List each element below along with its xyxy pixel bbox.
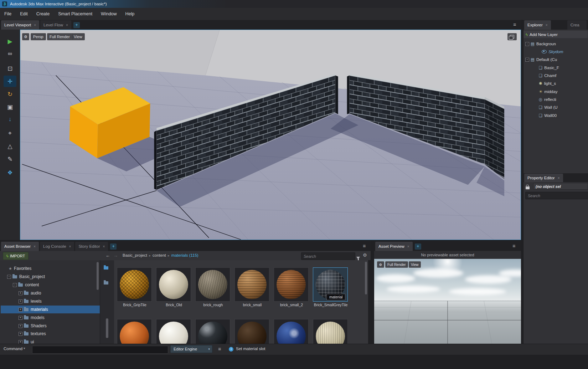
camera-mode-button[interactable]: Persp	[31, 33, 46, 40]
command-label[interactable]: Command	[4, 347, 22, 351]
folder-icon[interactable]	[104, 266, 108, 270]
asset-tile[interactable]	[234, 319, 270, 344]
explorer-row-wall[interactable]: ❑ Wall (U	[523, 103, 588, 111]
menu-file[interactable]: File	[0, 8, 16, 20]
close-icon[interactable]: ×	[558, 176, 560, 180]
import-button[interactable]: ϟ IMPORT	[3, 252, 29, 260]
folder-tree-icon[interactable]	[104, 281, 108, 285]
menu-smart-placement[interactable]: Smart Placement	[54, 8, 97, 20]
asset-preview-menu-icon[interactable]: ≡	[512, 243, 515, 249]
paint-tool-button[interactable]: ✎	[4, 153, 16, 165]
tab-create-partial[interactable]: Crea	[567, 20, 587, 30]
close-icon[interactable]: ×	[69, 245, 71, 248]
collapse-icon[interactable]: −	[13, 283, 17, 287]
asset-tile-selected[interactable]: Brick_SmallGreyTile	[313, 267, 349, 307]
explorer-row-midday[interactable]: ☀ midday	[523, 88, 588, 96]
asset-search-input[interactable]	[301, 252, 355, 260]
add-tab-button[interactable]: +	[110, 244, 117, 250]
prefab-tool-button[interactable]: ❖	[4, 167, 16, 178]
tab-asset-preview[interactable]: Asset Preview ×	[375, 242, 413, 251]
engine-select[interactable]: Editor Engine ▾	[170, 345, 212, 353]
breadcrumb-project[interactable]: Basic_project	[123, 253, 147, 257]
breadcrumb-content[interactable]: content	[153, 253, 166, 257]
expand-icon[interactable]: +	[19, 308, 22, 312]
tab-log-console[interactable]: Log Console ×	[40, 242, 74, 251]
tree-item-materials[interactable]: + materials	[1, 306, 100, 313]
explorer-row-background[interactable]: − ▤ Backgroun	[523, 40, 588, 48]
tree-item-ui[interactable]: + ui	[1, 338, 100, 344]
explorer-row-skydome[interactable]: Skydom	[523, 48, 588, 56]
expand-icon[interactable]: +	[19, 332, 22, 336]
asset-tile[interactable]: brick_small_2	[274, 267, 309, 307]
selected-object-field[interactable]: (no object sel	[533, 183, 588, 190]
property-search-input[interactable]	[525, 192, 588, 199]
asset-tile[interactable]	[156, 319, 192, 344]
asset-tile[interactable]: brick_small	[234, 267, 270, 307]
asset-tile[interactable]	[195, 319, 231, 344]
drop-to-ground-button[interactable]: ↓	[4, 114, 16, 125]
tree-item-content[interactable]: − content	[1, 281, 100, 289]
expand-icon[interactable]: +	[19, 340, 22, 344]
expand-icon[interactable]: +	[19, 324, 22, 328]
expand-icon[interactable]: +	[19, 299, 22, 303]
collapse-icon[interactable]: −	[525, 42, 529, 46]
asset-preview-viewport[interactable]: ⚙ Full Render View	[374, 259, 521, 344]
chevron-down-icon[interactable]: ▾	[24, 347, 25, 350]
explorer-row-chamf[interactable]: ❑ Chamf	[523, 72, 588, 80]
menu-create[interactable]: Create	[32, 8, 54, 20]
select-tool-button[interactable]: ⊡	[4, 63, 16, 74]
viewport-menu-icon[interactable]: ≡	[513, 22, 516, 27]
lock-button[interactable]	[526, 184, 530, 191]
tree-item-audio[interactable]: + audio	[1, 289, 100, 297]
level-viewport[interactable]	[20, 30, 521, 240]
asset-tile[interactable]: Brick_Old	[156, 267, 192, 307]
add-new-layer-button[interactable]: ϟ Add New Layer	[523, 31, 588, 38]
command-input[interactable]	[32, 346, 168, 354]
viewport-canvas[interactable]	[20, 30, 521, 240]
expand-icon[interactable]: +	[19, 291, 22, 295]
tree-item-shaders[interactable]: + Shaders	[1, 322, 100, 330]
tree-item-basic-project[interactable]: − Basic_project	[1, 273, 100, 281]
move-tool-button[interactable]: ✛	[4, 76, 16, 87]
preview-settings-button[interactable]: ⚙	[377, 261, 384, 268]
tab-story-editor[interactable]: Story Editor ×	[75, 242, 108, 251]
tree-item-textures[interactable]: + textures	[1, 330, 100, 338]
tab-explorer[interactable]: Explorer ×	[524, 20, 551, 30]
add-tab-button[interactable]: +	[73, 22, 80, 28]
tree-item-favorites[interactable]: ★ Favorites	[1, 265, 100, 272]
snap-tool-button[interactable]: ⌖	[4, 128, 16, 139]
back-icon[interactable]: ←	[105, 253, 110, 258]
physics-tool-button[interactable]: △	[4, 140, 16, 152]
strip-scrollbar[interactable]	[106, 318, 108, 338]
explorer-row-light[interactable]: ✺ light_s	[523, 80, 588, 87]
tab-property-editor[interactable]: Property Editor ×	[524, 174, 563, 182]
asset-tile[interactable]: Brick_GripTile	[117, 267, 153, 307]
tab-asset-browser[interactable]: Asset Browser ×	[1, 242, 39, 251]
asset-tile[interactable]	[117, 319, 153, 344]
close-icon[interactable]: ×	[34, 23, 36, 27]
breadcrumb-materials[interactable]: materials (115)	[171, 253, 198, 257]
collapse-icon[interactable]: −	[7, 275, 11, 279]
asset-tile[interactable]	[313, 319, 349, 344]
close-icon[interactable]: ×	[407, 245, 409, 248]
explorer-row-basic[interactable]: ❑ Basic_F	[523, 64, 588, 72]
tree-scrollbar[interactable]	[97, 262, 99, 290]
tab-level-viewport[interactable]: Level Viewport ×	[1, 20, 39, 30]
add-tab-button[interactable]: +	[415, 244, 421, 250]
gear-icon[interactable]: ⚙	[363, 252, 367, 258]
menu-window[interactable]: Window	[97, 8, 121, 20]
visibility-eye-icon[interactable]	[542, 50, 547, 53]
view-options-button[interactable]: View	[71, 33, 85, 40]
asset-tile[interactable]	[274, 319, 309, 344]
close-icon[interactable]: ×	[33, 245, 36, 248]
filter-icon[interactable]	[356, 257, 360, 259]
explorer-row-wall00[interactable]: ❑ Wall00	[523, 112, 588, 119]
tab-level-flow[interactable]: Level Flow ×	[40, 20, 71, 30]
forward-icon[interactable]: →	[113, 253, 118, 258]
expand-icon[interactable]: +	[19, 316, 22, 320]
render-mode-button[interactable]: Full Render	[47, 33, 72, 40]
status-menu-icon[interactable]: ≡	[218, 346, 221, 352]
close-icon[interactable]: ×	[103, 245, 105, 248]
explorer-row-default[interactable]: − ▤ Default (Cu	[523, 56, 588, 63]
asset-browser-menu-icon[interactable]: ≡	[363, 243, 366, 249]
